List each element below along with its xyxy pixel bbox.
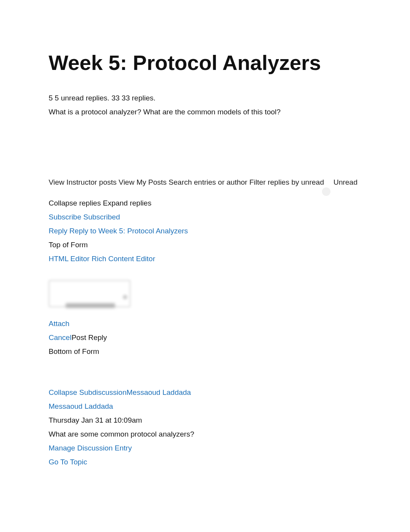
cancel-button[interactable]: Cancel: [49, 333, 71, 342]
reply-counts: 5 5 unread replies. 33 33 replies.: [49, 94, 361, 102]
subscribe-link[interactable]: Subscribe: [49, 213, 81, 221]
html-editor-link[interactable]: HTML Editor: [49, 255, 90, 263]
page-title: Week 5: Protocol Analyzers: [49, 50, 361, 75]
view-instructor-posts[interactable]: View Instructor posts: [49, 178, 117, 186]
author-link[interactable]: Messaoud Laddada: [49, 402, 113, 410]
attach-link[interactable]: Attach: [49, 320, 69, 328]
view-my-posts[interactable]: View My Posts: [119, 178, 166, 186]
discussion-prompt: What is a protocol analyzer? What are th…: [49, 108, 361, 116]
expand-replies[interactable]: Expand replies: [103, 199, 151, 207]
bottom-of-form-label: Bottom of Form: [49, 347, 361, 356]
search-entries[interactable]: Search entries or author: [169, 178, 247, 186]
top-of-form-label: Top of Form: [49, 241, 361, 249]
reply-editor[interactable]: [49, 280, 130, 307]
resize-handle-icon[interactable]: [123, 295, 127, 299]
post-timestamp: Thursday Jan 31 at 10:09am: [49, 416, 361, 425]
unread-label: Unread: [334, 178, 357, 186]
unread-count-text: 5 unread replies.: [55, 94, 110, 102]
reply-link[interactable]: Reply: [49, 227, 68, 235]
editor-toolbar-placeholder: [66, 303, 115, 308]
filter-by-unread[interactable]: Filter replies by unread: [249, 178, 324, 186]
subscribed-link[interactable]: Subscribed: [83, 213, 120, 221]
manage-entry-link[interactable]: Manage Discussion Entry: [49, 444, 132, 452]
collapse-subdiscussion-link[interactable]: Collapse Subdiscussion: [49, 388, 127, 396]
author-link-inline[interactable]: Messaoud Laddada: [127, 388, 191, 396]
total-count-num: 33: [112, 94, 120, 102]
post-body: What are some common protocol analyzers?: [49, 430, 361, 439]
unread-count-num: 5: [49, 94, 53, 102]
post-reply-button[interactable]: Post Reply: [71, 333, 107, 342]
reply-to-topic-link[interactable]: Reply to Week 5: Protocol Analyzers: [69, 227, 188, 235]
collapse-replies[interactable]: Collapse replies: [49, 199, 101, 207]
total-count-text: 33 replies.: [122, 94, 156, 102]
rich-content-editor-link[interactable]: Rich Content Editor: [91, 255, 155, 263]
unread-dot-icon: [322, 187, 330, 196]
go-to-topic-link[interactable]: Go To Topic: [49, 458, 87, 466]
